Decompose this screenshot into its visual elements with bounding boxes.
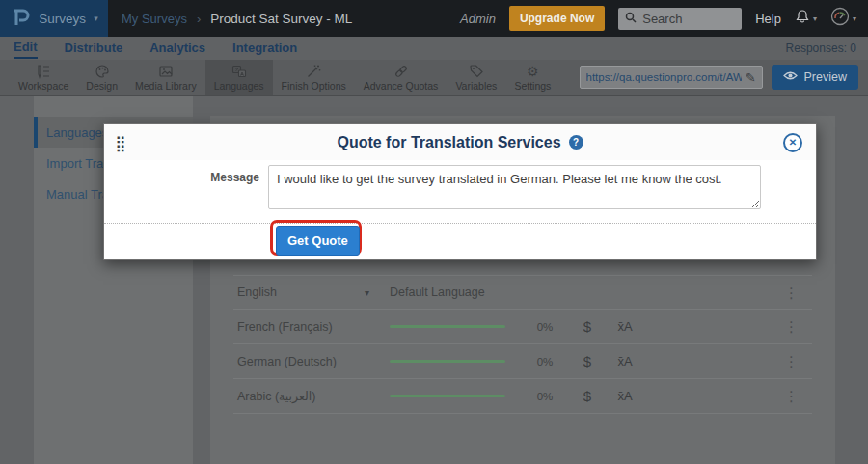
progress-percent: 0%: [530, 391, 559, 402]
edit-toolbar: Workspace Design Media Library Languages…: [0, 60, 868, 96]
message-label: Message: [197, 171, 259, 184]
toolbar-languages[interactable]: Languages: [205, 60, 273, 95]
app-window: Surveys ▾ My Surveys › Product Sat Surve…: [0, 0, 868, 464]
modal-header: ⣿ Quote for Translation Services ? ✕: [104, 124, 816, 160]
modal-footer: Get Quote: [104, 223, 816, 261]
toolbar-item-label: Advance Quotas: [364, 80, 439, 92]
toolbar-design[interactable]: Design: [77, 60, 126, 95]
workspace-list-icon: [36, 64, 51, 79]
modal-title: Quote for Translation Services: [337, 134, 560, 151]
drag-handle-icon[interactable]: ⣿: [115, 133, 126, 151]
image-icon: [158, 64, 174, 79]
account-menu[interactable]: ▾: [830, 7, 856, 30]
progress-percent: 0%: [530, 321, 559, 333]
toolbar-item-label: Languages: [214, 80, 264, 92]
translation-progress-bar: [390, 325, 505, 328]
toolbar-item-label: Workspace: [18, 80, 68, 92]
quote-message-textarea[interactable]: I would like to get the survey translate…: [268, 165, 761, 209]
questionpro-logo-icon: [10, 6, 31, 31]
row-menu-icon[interactable]: ⋮: [784, 319, 799, 334]
auto-translate-icon[interactable]: x̄A: [606, 319, 644, 334]
chain-icon: [393, 64, 409, 79]
chevron-down-icon: ▾: [94, 14, 98, 23]
row-menu-icon[interactable]: ⋮: [784, 286, 799, 300]
bell-icon: [795, 9, 810, 28]
gear-icon: ⚙: [527, 64, 539, 79]
language-name: German (Deutsch): [237, 355, 365, 368]
breadcrumb-current-survey: Product Sat Survey - ML: [210, 12, 352, 26]
search-box[interactable]: [618, 8, 742, 30]
product-menu-label: Surveys: [39, 12, 86, 26]
breadcrumb-separator-icon: ›: [197, 12, 201, 26]
toolbar-item-label: Media Library: [135, 80, 197, 92]
sidebar-item-label: Languages: [46, 125, 108, 140]
chevron-down-icon: ▾: [813, 14, 817, 23]
language-row-english: English ▾ Default Language ⋮: [233, 275, 812, 310]
language-row-arabic: Arabic (العربية) 0% $ x̄A ⋮: [233, 379, 812, 414]
wand-icon: [306, 64, 321, 79]
toolbar-workspace[interactable]: Workspace: [10, 60, 77, 95]
language-row-french: French (Français) 0% $ x̄A ⋮: [233, 310, 812, 344]
quote-translation-modal: ⣿ Quote for Translation Services ? ✕ Mes…: [103, 123, 817, 260]
breadcrumb-my-surveys[interactable]: My Surveys: [122, 12, 187, 26]
tab-edit[interactable]: Edit: [14, 38, 38, 59]
survey-nav-tabs: Edit Distribute Analytics Integration Re…: [0, 37, 868, 60]
edit-url-pencil-icon[interactable]: ✎: [746, 70, 756, 85]
top-header: Surveys ▾ My Surveys › Product Sat Surve…: [0, 0, 868, 37]
tag-icon: [469, 64, 484, 79]
product-switcher-menu[interactable]: Surveys ▾: [0, 0, 108, 37]
help-icon[interactable]: ?: [569, 135, 583, 150]
auto-translate-icon[interactable]: x̄A: [606, 389, 644, 403]
language-name: French (Français): [237, 320, 365, 334]
toolbar-advance-quotas[interactable]: Advance Quotas: [355, 60, 448, 95]
notifications-button[interactable]: ▾: [795, 9, 817, 28]
default-language-tag: Default Language: [390, 286, 485, 299]
preview-button-label: Preview: [804, 70, 847, 84]
close-icon[interactable]: ✕: [783, 133, 802, 152]
survey-url-box[interactable]: ✎: [580, 66, 763, 89]
palette-icon: [95, 64, 110, 79]
quote-dollar-icon[interactable]: $: [569, 353, 606, 369]
tab-integration[interactable]: Integration: [232, 39, 297, 58]
preview-button[interactable]: Preview: [772, 65, 858, 90]
upgrade-now-button[interactable]: Upgrade Now: [509, 6, 605, 31]
search-input[interactable]: [642, 12, 735, 26]
quote-dollar-icon[interactable]: $: [569, 388, 606, 404]
translation-progress-bar: [390, 395, 505, 397]
toolbar-item-label: Finish Options: [282, 80, 346, 92]
row-menu-icon[interactable]: ⋮: [784, 354, 799, 368]
toolbar-item-label: Design: [86, 80, 118, 92]
row-menu-icon[interactable]: ⋮: [784, 389, 799, 403]
breadcrumb: My Surveys › Product Sat Survey - ML: [122, 12, 352, 26]
modal-title-wrap: Quote for Translation Services ?: [337, 134, 583, 151]
survey-url-input[interactable]: [586, 71, 742, 83]
language-row-german: German (Deutsch) 0% $ x̄A ⋮: [233, 344, 812, 379]
help-link[interactable]: Help: [755, 12, 781, 26]
language-name: Arabic (العربية): [237, 389, 365, 403]
toolbar-finish-options[interactable]: Finish Options: [273, 60, 355, 95]
modal-body: Message I would like to get the survey t…: [104, 160, 816, 223]
topbar-right-cluster: Admin Upgrade Now Help ▾ ▾: [460, 6, 856, 31]
chevron-down-icon: ▾: [853, 14, 856, 23]
eye-icon: [783, 70, 798, 84]
avatar-gauge-icon: [830, 7, 850, 30]
toolbar-right-cluster: ✎ Preview: [580, 65, 858, 90]
quote-dollar-icon[interactable]: $: [569, 318, 606, 335]
chevron-down-icon[interactable]: ▾: [365, 287, 390, 298]
toolbar-media-library[interactable]: Media Library: [126, 60, 205, 95]
get-quote-button[interactable]: Get Quote: [276, 226, 360, 256]
tab-analytics[interactable]: Analytics: [149, 39, 205, 58]
search-icon: [625, 10, 637, 27]
translation-progress-bar: [390, 360, 505, 363]
admin-label: Admin: [460, 12, 496, 26]
toolbar-variables[interactable]: Variables: [447, 60, 505, 95]
tab-distribute[interactable]: Distribute: [65, 39, 123, 58]
translate-icon: [231, 64, 247, 79]
language-name: English: [237, 286, 365, 299]
auto-translate-icon[interactable]: x̄A: [606, 354, 644, 368]
progress-percent: 0%: [530, 356, 559, 368]
toolbar-settings[interactable]: ⚙ Settings: [505, 60, 559, 95]
toolbar-item-label: Variables: [455, 80, 497, 92]
responses-count: Responses: 0: [786, 41, 856, 55]
toolbar-item-label: Settings: [514, 80, 551, 92]
